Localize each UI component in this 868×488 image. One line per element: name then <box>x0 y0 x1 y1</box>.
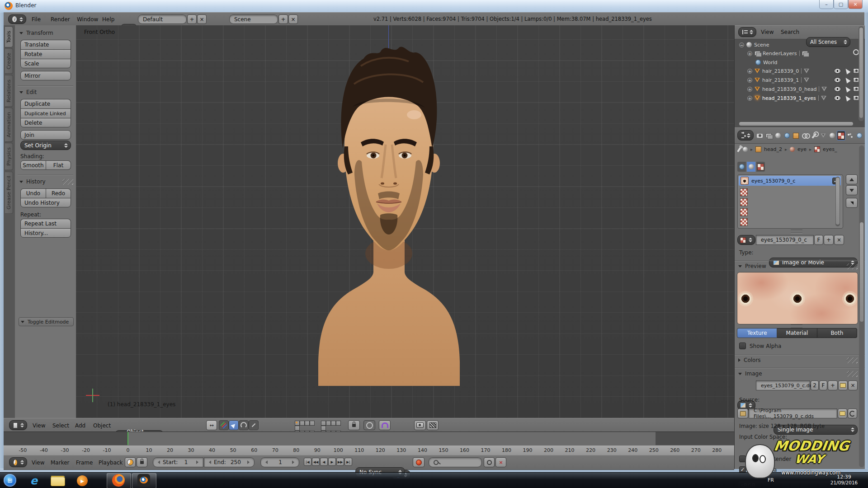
preview-both-button[interactable]: Both <box>817 328 857 338</box>
empty-texture-slot[interactable] <box>740 198 748 206</box>
panel-grip-icon[interactable] <box>847 371 858 377</box>
tab-object[interactable] <box>792 131 800 141</box>
keying-set-field[interactable] <box>429 457 482 467</box>
other-texture-context[interactable] <box>756 162 765 172</box>
selectability-cursor-icon[interactable] <box>844 67 850 75</box>
image-name-field[interactable]: eyes_153079_0_c.dds <box>756 380 810 390</box>
close-button[interactable]: × <box>848 0 863 9</box>
outliner-row-hair0[interactable]: + hair_218339_0 <box>747 67 860 75</box>
shelf-tab[interactable]: Physics <box>5 143 13 170</box>
lock-time-cursor-toggle[interactable] <box>137 457 147 467</box>
manipulate-center-points-toggle[interactable]: ↔ <box>206 420 217 430</box>
shelf-tab[interactable]: Animation <box>5 108 13 142</box>
outliner-row-head1-selected[interactable]: + head_218339_1_eyes <box>747 94 860 102</box>
current-frame-field[interactable]: 1 <box>260 457 299 467</box>
tab-particles[interactable] <box>846 131 854 141</box>
preview-range-toggle[interactable] <box>125 457 136 467</box>
translate-manipulator-toggle[interactable] <box>229 420 239 430</box>
visibility-eye-icon[interactable] <box>834 95 841 101</box>
unlink-image-button[interactable]: × <box>848 380 858 390</box>
unlink-texture-button[interactable]: × <box>834 235 844 245</box>
outliner-row-world[interactable]: World <box>755 58 778 66</box>
shade-flat-button[interactable]: Flat <box>46 160 71 170</box>
scene-name-field[interactable]: Scene <box>229 14 278 24</box>
start-button[interactable]: ⊞ <box>4 474 16 487</box>
history-menu-button[interactable]: History... <box>20 228 71 238</box>
properties-scrollbar[interactable] <box>859 145 864 467</box>
breadcrumb-object[interactable]: head_2 <box>764 146 782 152</box>
panel-grip-icon[interactable] <box>847 357 858 363</box>
layer-toggle[interactable] <box>326 421 331 426</box>
delete-button[interactable]: Delete <box>20 118 71 127</box>
layer-toggle[interactable] <box>295 421 300 426</box>
transport-button[interactable]: ▶| <box>344 458 352 466</box>
tray-clock[interactable]: 12:39 21/09/2016 <box>824 474 864 485</box>
layer-toggle[interactable] <box>321 421 326 426</box>
tab-object-data[interactable] <box>819 131 827 141</box>
outliner-row-head0[interactable]: + head_218339_0_head <box>747 85 860 93</box>
layer-toggle[interactable] <box>310 421 315 426</box>
slot-move-down-button[interactable] <box>846 185 858 195</box>
tl-menu-playback[interactable]: Playback <box>99 458 123 467</box>
outliner-menu-search[interactable]: Search <box>781 28 799 37</box>
selectability-cursor-icon[interactable] <box>844 85 850 93</box>
repeat-last-button[interactable]: Repeat Last <box>20 219 71 228</box>
transport-button[interactable]: ◀ <box>320 458 328 466</box>
expand-icon[interactable]: + <box>747 51 752 56</box>
selectability-cursor-icon[interactable] <box>844 94 850 102</box>
panel-grip-icon[interactable] <box>847 263 858 269</box>
add-layout-button[interactable]: + <box>187 14 197 24</box>
outliner-vertical-scrollbar[interactable] <box>859 26 864 121</box>
texture-browse-dropdown[interactable] <box>737 235 755 245</box>
expand-icon[interactable]: + <box>747 78 752 83</box>
blender-taskbar-button[interactable] <box>132 473 156 488</box>
transform-panel-header[interactable]: Transform <box>19 30 53 36</box>
outliner-editor-type-selector[interactable] <box>738 27 756 37</box>
expand-icon[interactable]: + <box>747 69 752 74</box>
tl-menu-marker[interactable]: Marker <box>51 458 69 467</box>
scale-manipulator-toggle[interactable] <box>249 420 259 430</box>
tab-material[interactable] <box>828 131 836 141</box>
preview-texture-button[interactable]: Texture <box>737 328 777 338</box>
add-scene-button[interactable]: + <box>278 14 288 24</box>
maximize-button[interactable]: ▢ <box>834 0 848 9</box>
end-frame-field[interactable]: End: 250 <box>204 457 255 467</box>
toggle-editmode-panel[interactable]: Toggle Editmode <box>19 317 74 326</box>
collapse-icon[interactable]: − <box>739 42 744 47</box>
outliner-row-renderlayers[interactable]: + RenderLayers <box>747 49 808 57</box>
minimize-button[interactable]: – <box>819 0 834 9</box>
timeline-ruler[interactable]: -50-40-30-20-100102030405060708090100110… <box>4 445 734 455</box>
tl-menu-frame[interactable]: Frame <box>76 458 93 467</box>
layer-toggle[interactable] <box>321 426 326 431</box>
screen-layout-name-field[interactable]: Default <box>138 14 187 24</box>
menu-file[interactable]: File <box>32 15 41 24</box>
outliner-display-dropdown[interactable]: All Scenes <box>806 37 850 47</box>
empty-texture-slot[interactable] <box>740 188 748 196</box>
opengl-render-image-button[interactable] <box>414 420 426 430</box>
mirror-button[interactable]: Mirror <box>20 71 71 80</box>
timeline-editor-type-selector[interactable] <box>9 457 27 467</box>
tl-menu-view[interactable]: View <box>32 458 44 467</box>
duplicate-button[interactable]: Duplicate <box>20 99 71 108</box>
delete-scene-button[interactable]: × <box>288 14 298 24</box>
texture-name-field[interactable]: eyes_153079_0_c <box>756 235 814 245</box>
layer-toggle[interactable] <box>295 426 300 431</box>
menu-render[interactable]: Render <box>51 15 70 24</box>
layer-toggle[interactable] <box>300 421 305 426</box>
texture-slot-selected[interactable]: eyes_153079_0_c ✓ <box>739 176 841 186</box>
tab-constraints[interactable] <box>801 131 809 141</box>
opengl-render-animation-button[interactable] <box>427 420 439 430</box>
visibility-eye-icon[interactable] <box>834 77 841 83</box>
editor-type-selector[interactable]: i <box>8 14 26 24</box>
head-model[interactable] <box>76 25 734 418</box>
shelf-tab[interactable]: Relations <box>5 75 13 107</box>
start-frame-field[interactable]: Start: 1 <box>153 457 203 467</box>
tab-physics[interactable] <box>855 131 863 141</box>
insert-keyframe-button[interactable] <box>484 457 495 467</box>
transport-button[interactable]: ◀◀ <box>312 458 320 466</box>
slot-specials-menu-button[interactable] <box>846 198 858 208</box>
view-as-render-checkbox[interactable] <box>739 455 746 462</box>
3d-viewport[interactable]: Front Ortho <box>76 25 734 418</box>
vp-menu-select[interactable]: Select <box>52 421 69 430</box>
proportional-edit-dropdown[interactable] <box>363 420 375 430</box>
